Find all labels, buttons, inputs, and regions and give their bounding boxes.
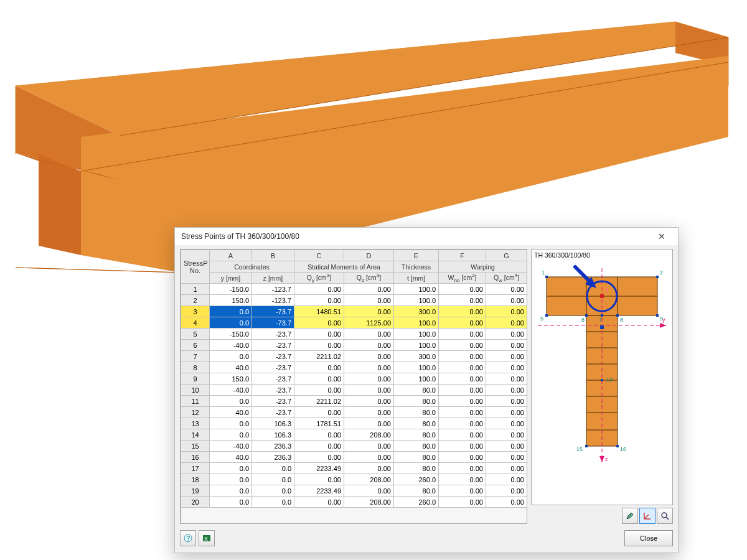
cell-qz[interactable]: 0.00 xyxy=(344,463,394,474)
cell-wno[interactable]: 0.00 xyxy=(439,497,486,508)
cell-qy[interactable]: 0.00 xyxy=(294,497,344,508)
cell-wno[interactable]: 0.00 xyxy=(439,351,486,362)
cell-qw[interactable]: 0.00 xyxy=(486,463,527,474)
row-number[interactable]: 16 xyxy=(181,452,210,463)
cell-y[interactable]: 0.0 xyxy=(210,306,252,317)
cell-qz[interactable]: 0.00 xyxy=(344,329,394,340)
help-button[interactable]: ? xyxy=(180,530,196,546)
cell-qz[interactable]: 1125.00 xyxy=(344,317,394,329)
cell-qw[interactable]: 0.00 xyxy=(486,373,527,385)
row-number[interactable]: 17 xyxy=(181,463,210,474)
cell-qy[interactable]: 2233.49 xyxy=(294,485,344,497)
cell-wno[interactable]: 0.00 xyxy=(439,362,486,373)
cell-t[interactable]: 100.0 xyxy=(394,329,439,340)
row-number[interactable]: 20 xyxy=(181,497,210,508)
cell-t[interactable]: 100.0 xyxy=(394,295,439,306)
cell-t[interactable]: 100.0 xyxy=(394,340,439,351)
cell-qz[interactable]: 208.00 xyxy=(344,429,394,441)
table-row[interactable]: 840.0-23.70.000.00100.00.000.00 xyxy=(181,362,527,373)
cell-qz[interactable]: 0.00 xyxy=(344,295,394,306)
cell-qy[interactable]: 0.00 xyxy=(294,407,344,418)
table-row[interactable]: 190.00.02233.490.0080.00.000.00 xyxy=(181,485,527,497)
cell-y[interactable]: 0.0 xyxy=(210,485,252,497)
cell-qw[interactable]: 0.00 xyxy=(486,429,527,441)
table-row[interactable]: 5-150.0-23.70.000.00100.00.000.00 xyxy=(181,329,527,340)
cell-qy[interactable]: 1480.51 xyxy=(294,306,344,317)
dialog-titlebar[interactable]: Stress Points of TH 360/300/100/80 ✕ xyxy=(175,228,678,245)
table-row[interactable]: 9150.0-23.70.000.00100.00.000.00 xyxy=(181,373,527,385)
cell-wno[interactable]: 0.00 xyxy=(439,418,486,429)
cell-qz[interactable]: 0.00 xyxy=(344,385,394,396)
cell-qz[interactable]: 0.00 xyxy=(344,340,394,351)
cell-z[interactable]: 106.3 xyxy=(252,429,294,441)
cell-z[interactable]: -73.7 xyxy=(252,317,294,329)
row-number[interactable]: 4 xyxy=(181,317,210,329)
cell-qw[interactable]: 0.00 xyxy=(486,452,527,463)
cell-wno[interactable]: 0.00 xyxy=(439,429,486,441)
cell-z[interactable]: 0.0 xyxy=(252,485,294,497)
row-number[interactable]: 18 xyxy=(181,474,210,485)
cell-qz[interactable]: 208.00 xyxy=(344,497,394,508)
cell-qy[interactable]: 0.00 xyxy=(294,385,344,396)
cell-wno[interactable]: 0.00 xyxy=(439,385,486,396)
cell-t[interactable]: 100.0 xyxy=(394,284,439,295)
cell-y[interactable]: -40.0 xyxy=(210,340,252,351)
cell-t[interactable]: 80.0 xyxy=(394,385,439,396)
row-number[interactable]: 7 xyxy=(181,351,210,362)
cell-y[interactable]: 150.0 xyxy=(210,295,252,306)
cell-qz[interactable]: 0.00 xyxy=(344,407,394,418)
cell-z[interactable]: -123.7 xyxy=(252,284,294,295)
row-number[interactable]: 5 xyxy=(181,329,210,340)
cell-y[interactable]: 40.0 xyxy=(210,407,252,418)
cell-qy[interactable]: 0.00 xyxy=(294,474,344,485)
section-preview[interactable]: TH 360/300/100/80 xyxy=(531,249,673,505)
pick-point-button[interactable] xyxy=(657,508,673,524)
cell-qw[interactable]: 0.00 xyxy=(486,441,527,452)
cell-qy[interactable]: 0.00 xyxy=(294,295,344,306)
cell-qz[interactable]: 0.00 xyxy=(344,441,394,452)
cell-qw[interactable]: 0.00 xyxy=(486,396,527,407)
cell-wno[interactable]: 0.00 xyxy=(439,306,486,317)
cell-z[interactable]: 106.3 xyxy=(252,418,294,429)
cell-qw[interactable]: 0.00 xyxy=(486,306,527,317)
cell-qw[interactable]: 0.00 xyxy=(486,295,527,306)
table-row[interactable]: 110.0-23.72211.020.0080.00.000.00 xyxy=(181,396,527,407)
cell-y[interactable]: -150.0 xyxy=(210,284,252,295)
table-row[interactable]: 130.0106.31781.510.0080.00.000.00 xyxy=(181,418,527,429)
cell-qz[interactable]: 0.00 xyxy=(344,485,394,497)
table-row[interactable]: 6-40.0-23.70.000.00100.00.000.00 xyxy=(181,340,527,351)
table-row[interactable]: 40.0-73.70.001125.00100.00.000.00 xyxy=(181,317,527,329)
cell-qw[interactable]: 0.00 xyxy=(486,329,527,340)
close-button[interactable]: Close xyxy=(624,530,673,546)
cell-qw[interactable]: 0.00 xyxy=(486,317,527,329)
cell-qy[interactable]: 2233.49 xyxy=(294,463,344,474)
table-row[interactable]: 180.00.00.00208.00260.00.000.00 xyxy=(181,474,527,485)
table-row[interactable]: 1-150.0-123.70.000.00100.00.000.00 xyxy=(181,284,527,295)
cell-wno[interactable]: 0.00 xyxy=(439,463,486,474)
col-letter[interactable]: C xyxy=(294,250,344,261)
cell-qy[interactable]: 0.00 xyxy=(294,429,344,441)
cell-qy[interactable]: 0.00 xyxy=(294,452,344,463)
cell-y[interactable]: -40.0 xyxy=(210,385,252,396)
col-letter[interactable]: D xyxy=(344,250,394,261)
table-row[interactable]: 1640.0236.30.000.0080.00.000.00 xyxy=(181,452,527,463)
cell-qy[interactable]: 2211.02 xyxy=(294,351,344,362)
cell-wno[interactable]: 0.00 xyxy=(439,373,486,385)
cell-y[interactable]: -40.0 xyxy=(210,441,252,452)
cell-t[interactable]: 80.0 xyxy=(394,463,439,474)
cell-qw[interactable]: 0.00 xyxy=(486,340,527,351)
cell-z[interactable]: -23.7 xyxy=(252,329,294,340)
cell-t[interactable]: 80.0 xyxy=(394,485,439,497)
cell-t[interactable]: 260.0 xyxy=(394,497,439,508)
cell-z[interactable]: 0.0 xyxy=(252,474,294,485)
cell-z[interactable]: -23.7 xyxy=(252,373,294,385)
cell-z[interactable]: -23.7 xyxy=(252,396,294,407)
table-row[interactable]: 30.0-73.71480.510.00300.00.000.00 xyxy=(181,306,527,317)
cell-wno[interactable]: 0.00 xyxy=(439,474,486,485)
cell-y[interactable]: 0.0 xyxy=(210,463,252,474)
cell-z[interactable]: -23.7 xyxy=(252,351,294,362)
cell-y[interactable]: 0.0 xyxy=(210,474,252,485)
table-row[interactable]: 140.0106.30.00208.0080.00.000.00 xyxy=(181,429,527,441)
cell-qw[interactable]: 0.00 xyxy=(486,351,527,362)
cell-t[interactable]: 80.0 xyxy=(394,429,439,441)
